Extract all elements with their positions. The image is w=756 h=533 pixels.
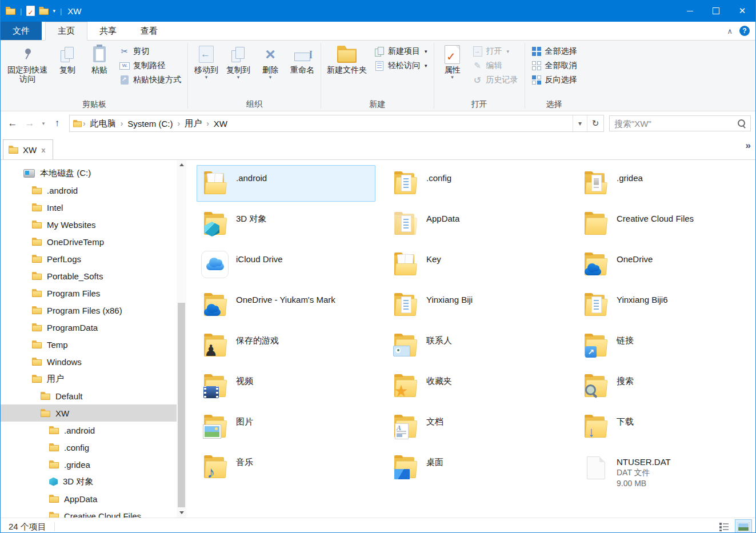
file-tile[interactable]: Creative Cloud Files [577,206,755,242]
pin-to-quick-access-button[interactable]: 固定到快速访问 [4,42,51,84]
file-tile[interactable]: OneDrive - Yiukam's Mark [197,287,375,323]
sidebar-item[interactable]: 3D 对象 [1,473,177,490]
copy-path-button[interactable]: W.. 复制路径 [116,59,185,72]
file-tile[interactable]: 桌面 [387,449,566,486]
select-none-button[interactable]: 全部取消 [528,59,581,72]
sidebar-item[interactable]: Creative Cloud Files [1,507,177,518]
explorer-tab-xw[interactable]: XW x [3,139,53,159]
file-tile[interactable]: 搜索 [577,368,755,404]
sidebar-item[interactable]: Program Files (x86) [1,302,177,319]
edit-button[interactable]: ✎ 编辑 [469,59,522,72]
file-tile[interactable]: .gridea [577,165,755,202]
file-tile[interactable]: Key [387,246,566,283]
minimize-button[interactable] [677,0,703,22]
qat-customize-chevron-icon[interactable]: ▾ [53,9,55,14]
open-button[interactable]: 打开 ▾ [469,45,522,58]
file-tile[interactable]: ↗链接 [577,327,755,364]
properties-button[interactable]: 属性 ▾ [437,42,468,81]
file-tile[interactable]: OneDrive [577,246,755,283]
sidebar-item[interactable]: AppData [1,490,177,507]
file-tile[interactable]: 视频 [197,368,375,404]
file-tile[interactable]: Yinxiang Biji6 [577,287,755,323]
sidebar-item[interactable]: Default [1,387,177,404]
sidebar-item[interactable]: XW [1,404,177,422]
file-tile[interactable]: .android [197,165,375,202]
scrollbar-thumb[interactable] [178,303,185,507]
properties-quick-icon[interactable] [26,6,35,16]
breadcrumb-item[interactable]: 此电脑 [87,118,119,129]
file-tile[interactable]: Yinxiang Biji [387,287,566,323]
sidebar-scrollbar[interactable] [177,160,186,518]
file-tile[interactable]: ★收藏夹 [387,368,566,404]
sidebar-item[interactable]: Temp [1,336,177,353]
help-icon[interactable]: ? [739,26,750,36]
new-item-button[interactable]: 新建项目 ▾ [371,45,431,58]
file-name: AppData [426,213,459,224]
sidebar-item[interactable]: Intel [1,199,177,216]
cut-button[interactable]: ✂ 剪切 [116,45,185,58]
details-view-button[interactable] [715,519,733,533]
back-button[interactable]: ← [5,116,20,131]
sidebar-item[interactable]: .android [1,182,177,199]
sidebar-item[interactable]: Program Files [1,284,177,302]
sidebar-item[interactable]: Portable_Softs [1,267,177,284]
maximize-button[interactable] [703,0,729,22]
thumbnail-view-button[interactable] [735,519,752,533]
sidebar-item[interactable]: My Websites [1,216,177,233]
invert-selection-button[interactable]: 反向选择 [528,74,581,86]
select-all-button[interactable]: 全部选择 [528,45,581,58]
search-icon[interactable] [738,119,745,127]
file-tile[interactable]: 3D 对象 [197,206,375,242]
file-tile[interactable]: .config [387,165,566,202]
file-tile[interactable]: NTUSER.DATDAT 文件9.00 MB [577,449,755,486]
file-tile[interactable]: AppData [387,206,566,242]
recent-locations-dropdown[interactable]: ▾ [39,116,47,131]
breadcrumb-item[interactable]: System (C:) [124,119,176,129]
collapse-ribbon-icon[interactable]: ∧ [727,27,733,35]
close-button[interactable]: ✕ [729,0,755,22]
new-folder-quick-icon[interactable] [39,7,49,15]
file-tile[interactable]: ↓下载 [577,408,755,445]
tab-close-icon[interactable]: x [41,146,45,154]
sidebar-item[interactable]: PerfLogs [1,250,177,267]
address-dropdown-button[interactable]: ▾ [573,115,587,131]
history-button[interactable]: ↺ 历史记录 [469,74,522,86]
tab-file[interactable]: 文件 [1,22,42,40]
paste-shortcut-button[interactable]: 粘贴快捷方式 [116,74,185,86]
delete-button[interactable]: × 删除 ▾ [255,42,286,81]
easy-access-button[interactable]: 轻松访问 ▾ [371,59,431,72]
copy-to-button[interactable]: 复制到 ▾ [223,42,254,81]
up-button[interactable]: ↑ [50,116,65,131]
sidebar-item[interactable]: 本地磁盘 (C:) [1,165,177,182]
paste-button[interactable]: 粘贴 [84,42,115,75]
copy-button[interactable]: 复制 [52,42,83,75]
file-tile[interactable]: ♟保存的游戏 [197,327,375,364]
scroll-up-icon[interactable] [177,160,186,170]
file-tile[interactable]: 联系人 [387,327,566,364]
sidebar-item[interactable]: .gridea [1,456,177,473]
tab-home[interactable]: 主页 [45,22,87,41]
move-to-button[interactable]: 移动到 ▾ [191,42,222,81]
sidebar-item[interactable]: Windows [1,353,177,370]
new-folder-button[interactable]: 新建文件夹 [324,42,370,75]
tab-share[interactable]: 共享 [87,22,129,40]
forward-button[interactable]: → [22,116,37,131]
breadcrumb-item[interactable]: 用户 [181,118,205,129]
file-tile[interactable]: 图片 [197,408,375,445]
breadcrumb-item[interactable]: XW [210,119,231,129]
file-tile[interactable]: iCloud Drive [197,246,375,283]
sidebar-item[interactable]: OneDriveTemp [1,233,177,250]
tab-overflow-chevrons-icon[interactable]: » [746,140,751,151]
tab-view[interactable]: 查看 [129,22,170,40]
sidebar-item[interactable]: .config [1,439,177,456]
refresh-button[interactable]: ↻ [587,115,603,131]
sidebar-item[interactable]: ProgramData [1,319,177,336]
address-bar[interactable]: ›此电脑›System (C:)›用户›XW ▾ ↻ [69,115,604,132]
sidebar-item[interactable]: .android [1,422,177,439]
scroll-down-icon[interactable] [177,508,186,518]
sidebar-item[interactable]: 用户 [1,370,177,387]
search-input[interactable] [610,116,750,131]
file-tile[interactable]: 文档 [387,408,566,445]
rename-button[interactable]: I 重命名 [287,42,318,75]
file-tile[interactable]: ♪音乐 [197,449,375,486]
